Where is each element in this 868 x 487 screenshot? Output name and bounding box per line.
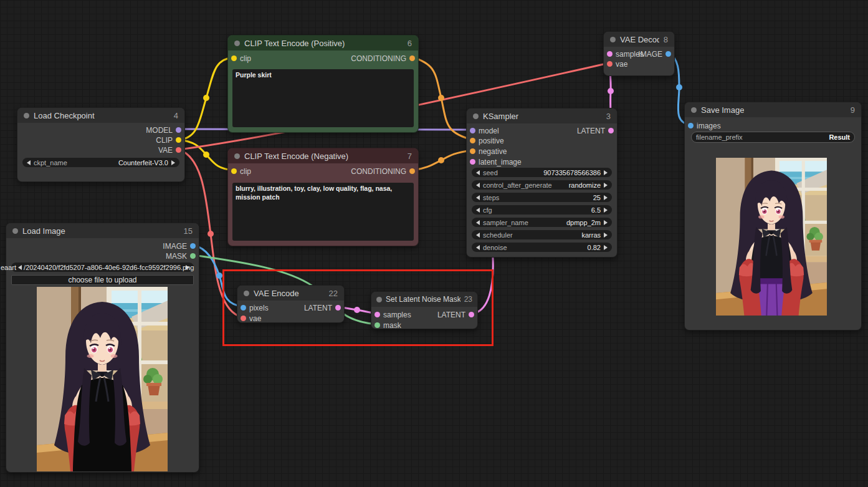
vae-slot-dot[interactable] <box>176 147 181 153</box>
mask-slot-dot[interactable] <box>190 253 196 259</box>
node-title-bar[interactable]: Load Checkpoint 4 <box>17 108 184 123</box>
node-title-bar[interactable]: VAE Encode 22 <box>237 286 344 301</box>
prev-value-icon[interactable] <box>476 195 480 200</box>
prev-value-icon[interactable] <box>476 233 480 238</box>
input-slot-images[interactable]: images <box>688 122 721 130</box>
scheduler-widget[interactable]: scheduler karras <box>472 230 612 239</box>
reroute-dot[interactable] <box>438 157 444 163</box>
input-slot-mask[interactable]: mask <box>374 321 401 329</box>
output-slot-image[interactable]: IMAGE <box>163 242 196 250</box>
input-slot-negative[interactable]: negative <box>470 147 507 155</box>
latent-slot-dot[interactable] <box>470 159 475 165</box>
denoise-widget[interactable]: denoise 0.82 <box>472 243 612 252</box>
input-slot-pixels[interactable]: pixels <box>241 304 269 312</box>
ckpt-name-widget[interactable]: ckpt_name Counterfeit-V3.0 <box>22 158 179 167</box>
node-vae-encode[interactable]: VAE Encode 22 pixels LATENT vae <box>237 285 345 323</box>
image-file-widget[interactable]: eaart /20240420/f2fd5207-a806-40e6-92d6-… <box>11 263 194 272</box>
input-slot-vae[interactable]: vae <box>607 60 627 68</box>
next-value-icon[interactable] <box>604 208 608 213</box>
model-slot-dot[interactable] <box>176 127 181 133</box>
steps-widget[interactable]: steps 25 <box>472 193 612 202</box>
clip-slot-dot[interactable] <box>176 137 181 143</box>
node-title-bar[interactable]: Save Image 9 <box>685 102 861 117</box>
prev-value-icon[interactable] <box>476 183 480 188</box>
node-title-bar[interactable]: CLIP Text Encode (Negative) 7 <box>228 148 418 163</box>
node-save-image[interactable]: Save Image 9 images filename_prefix Resu… <box>684 102 862 330</box>
output-slot-mask[interactable]: MASK <box>166 252 196 260</box>
latent-slot-dot[interactable] <box>607 51 613 57</box>
choose-file-button[interactable]: choose file to upload <box>11 275 194 285</box>
input-slot-model[interactable]: model <box>470 127 499 135</box>
input-slot-clip[interactable]: clip <box>231 54 251 62</box>
latent-slot-dot[interactable] <box>374 312 380 317</box>
node-title-bar[interactable]: CLIP Text Encode (Positive) 6 <box>228 36 418 51</box>
next-value-icon[interactable] <box>604 233 608 238</box>
conditioning-slot-dot[interactable] <box>409 55 415 61</box>
sampler-name-widget[interactable]: sampler_name dpmpp_2m <box>472 218 612 227</box>
next-value-icon[interactable] <box>604 220 608 225</box>
mask-slot-dot[interactable] <box>374 322 380 328</box>
control-after-generate-widget[interactable]: control_after_generate randomize <box>472 180 612 190</box>
image-slot-dot[interactable] <box>688 123 694 128</box>
vae-slot-dot[interactable] <box>241 316 246 321</box>
output-slot-latent[interactable]: LATENT <box>304 304 341 312</box>
latent-slot-dot[interactable] <box>608 128 614 133</box>
node-title-bar[interactable]: KSampler 3 <box>467 108 617 123</box>
reroute-dot[interactable] <box>203 152 209 158</box>
node-clip-text-encode-negative[interactable]: CLIP Text Encode (Negative) 7 clip CONDI… <box>227 148 419 246</box>
negative-prompt-textarea[interactable]: blurry, illustration, toy, clay, low qua… <box>232 183 414 241</box>
node-title-bar[interactable]: Set Latent Noise Mask 23 <box>371 292 477 307</box>
reroute-dot[interactable] <box>207 231 214 237</box>
output-slot-clip[interactable]: CLIP <box>156 136 181 144</box>
output-slot-model[interactable]: MODEL <box>146 126 181 134</box>
input-slot-samples[interactable]: samples <box>374 311 411 319</box>
output-slot-conditioning[interactable]: CONDITIONING <box>351 54 415 62</box>
image-slot-dot[interactable] <box>665 51 671 57</box>
vae-slot-dot[interactable] <box>607 61 613 67</box>
model-slot-dot[interactable] <box>470 128 475 133</box>
node-title-bar[interactable]: VAE Decode 8 <box>604 32 674 47</box>
output-slot-latent[interactable]: LATENT <box>577 127 614 135</box>
node-load-checkpoint[interactable]: Load Checkpoint 4 MODEL CLIP VAE ckpt_na… <box>17 107 185 182</box>
output-slot-conditioning[interactable]: CONDITIONING <box>351 167 415 175</box>
next-value-icon[interactable] <box>604 195 608 200</box>
positive-prompt-textarea[interactable]: Purple skirt <box>232 69 414 127</box>
prev-value-icon[interactable] <box>476 245 480 250</box>
filename-prefix-widget[interactable]: filename_prefix Result <box>691 132 855 143</box>
prev-value-icon[interactable] <box>476 220 480 225</box>
reroute-dot[interactable] <box>203 95 209 101</box>
input-slot-vae[interactable]: vae <box>241 314 261 322</box>
reroute-dot[interactable] <box>608 88 614 94</box>
node-ksampler[interactable]: KSampler 3 model positive negative laten… <box>466 108 618 258</box>
next-value-icon[interactable] <box>604 245 608 250</box>
cfg-widget[interactable]: cfg 6.5 <box>472 205 612 215</box>
next-value-icon[interactable] <box>171 160 175 165</box>
reroute-dot[interactable] <box>438 95 444 101</box>
conditioning-slot-dot[interactable] <box>470 138 475 143</box>
output-slot-image[interactable]: IMAGE <box>638 50 671 58</box>
latent-slot-dot[interactable] <box>469 312 474 317</box>
output-slot-latent[interactable]: LATENT <box>437 311 474 319</box>
input-slot-positive[interactable]: positive <box>470 137 504 145</box>
reroute-dot[interactable] <box>354 307 360 313</box>
prev-value-icon[interactable] <box>476 170 480 175</box>
node-graph-canvas[interactable]: Load Checkpoint 4 MODEL CLIP VAE ckpt_na… <box>0 0 868 487</box>
reroute-dot[interactable] <box>676 84 682 90</box>
clip-slot-dot[interactable] <box>231 168 237 174</box>
prev-value-icon[interactable] <box>27 160 31 165</box>
next-value-icon[interactable] <box>604 183 608 188</box>
node-set-latent-noise-mask[interactable]: Set Latent Noise Mask 23 samples LATENT … <box>371 291 478 329</box>
prev-value-icon[interactable] <box>476 208 480 213</box>
node-title-bar[interactable]: Load Image 15 <box>6 223 199 238</box>
clip-slot-dot[interactable] <box>231 55 237 61</box>
next-value-icon[interactable] <box>604 170 608 175</box>
image-slot-dot[interactable] <box>190 243 196 249</box>
prev-value-icon[interactable] <box>18 265 22 270</box>
node-load-image[interactable]: Load Image 15 IMAGE MASK eaart /20240420… <box>6 223 199 473</box>
image-slot-dot[interactable] <box>241 305 246 311</box>
latent-slot-dot[interactable] <box>335 305 341 311</box>
conditioning-slot-dot[interactable] <box>470 148 475 154</box>
output-slot-vae[interactable]: VAE <box>158 146 181 154</box>
node-clip-text-encode-positive[interactable]: CLIP Text Encode (Positive) 6 clip CONDI… <box>227 35 419 133</box>
input-slot-clip[interactable]: clip <box>231 167 251 175</box>
